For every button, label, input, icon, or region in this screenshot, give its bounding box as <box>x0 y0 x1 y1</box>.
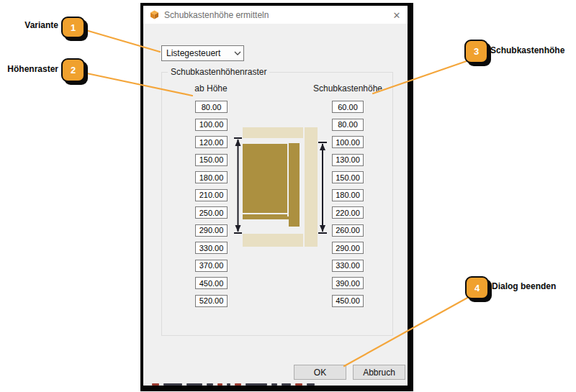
column-header-ab-hoehe: ab Höhe <box>194 83 227 94</box>
right-dimension-arrow <box>318 142 327 233</box>
title-bar: Schubkastenhöhe ermitteln ✕ <box>143 6 408 24</box>
callout-badge-4: 4 <box>465 276 489 299</box>
window-title: Schubkastenhöhe ermitteln <box>164 10 269 20</box>
dialog-schubkastenhoehe: Schubkastenhöhe ermitteln ✕ Listegesteue… <box>140 3 413 391</box>
column-header-schubkastenhoehe: Schubkastenhöhe <box>313 83 382 94</box>
ab-hoehe-input[interactable] <box>195 154 228 166</box>
schubkastenhoehe-input[interactable] <box>332 224 364 237</box>
schubkastenhoehe-input[interactable] <box>332 189 364 201</box>
schubkastenhoehe-input[interactable] <box>332 101 364 113</box>
left-dimension-arrow <box>234 138 242 233</box>
callout-badge-2: 2 <box>61 58 85 82</box>
cube-app-icon <box>150 10 159 19</box>
ab-hoehe-input[interactable] <box>195 224 228 237</box>
ab-hoehe-input[interactable] <box>195 136 228 148</box>
schubkastenhoehe-input[interactable] <box>332 295 364 307</box>
ab-hoehe-input[interactable] <box>195 277 228 289</box>
cancel-button[interactable]: Abbruch <box>353 365 405 380</box>
callout-label-variante: Variante <box>0 20 58 30</box>
groupbox-title: Schubkastenhöhenraster <box>168 67 269 77</box>
ab-hoehe-input[interactable] <box>195 189 228 201</box>
ab-hoehe-input[interactable] <box>195 242 228 254</box>
ab-hoehe-input[interactable] <box>195 101 228 113</box>
variant-dropdown-value: Listegesteuert <box>162 48 232 58</box>
drawer-cross-section-illustration <box>234 125 328 251</box>
schubkastenhoehe-input[interactable] <box>332 242 364 254</box>
variant-dropdown[interactable]: Listegesteuert <box>161 45 244 61</box>
callout-label-dialog-beenden: Dialog beenden <box>492 281 556 291</box>
groupbox-schubkastenhoehenraster: Schubkastenhöhenraster ab Höhe Schubkast… <box>161 72 393 336</box>
ok-button[interactable]: OK <box>294 365 346 380</box>
ab-hoehe-input[interactable] <box>195 260 228 272</box>
cropped-background-text <box>152 382 400 386</box>
callout-label-hoehenraster: Höhenraster <box>0 64 58 74</box>
chevron-down-icon <box>232 47 243 59</box>
ab-hoehe-column <box>195 101 228 307</box>
close-icon[interactable]: ✕ <box>390 9 403 22</box>
schubkastenhoehe-input[interactable] <box>332 154 364 166</box>
schubkastenhoehe-input[interactable] <box>332 136 364 148</box>
schubkastenhoehe-input[interactable] <box>332 277 364 289</box>
ab-hoehe-input[interactable] <box>195 171 228 183</box>
schubkastenhoehe-input[interactable] <box>332 260 364 272</box>
ab-hoehe-input[interactable] <box>195 206 228 219</box>
callout-badge-3: 3 <box>464 40 488 63</box>
ab-hoehe-input[interactable] <box>195 295 228 307</box>
schubkastenhoehe-input[interactable] <box>332 171 364 183</box>
callout-badge-1: 1 <box>61 17 85 38</box>
callout-label-schubkastenhoehe: Schubkastenhöhe <box>490 45 564 55</box>
schubkastenhoehe-input[interactable] <box>332 119 364 131</box>
schubkastenhoehe-input[interactable] <box>332 206 364 219</box>
schubkastenhoehe-column <box>332 101 364 307</box>
ab-hoehe-input[interactable] <box>195 119 228 131</box>
